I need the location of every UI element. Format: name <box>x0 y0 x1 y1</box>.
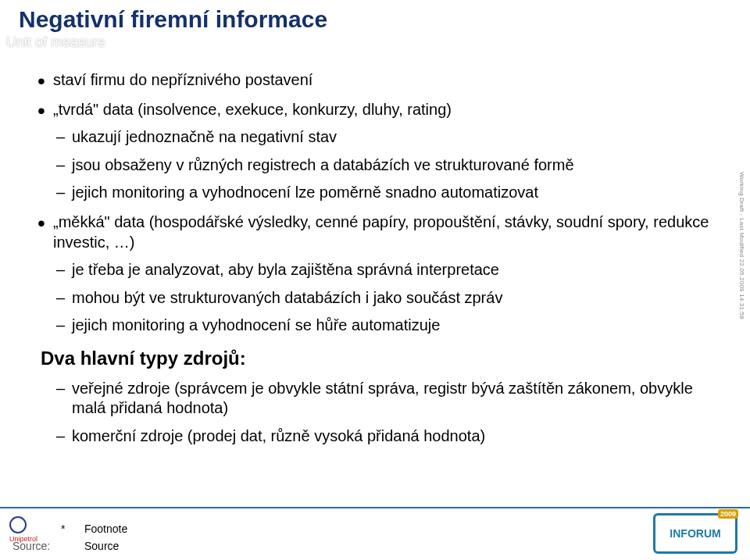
bullet-level2: jejich monitoring a vyhodnocení se hůře … <box>38 316 716 336</box>
bullet-level2: mohou být ve strukturovaných databázích … <box>38 288 716 309</box>
source-label: Source: <box>12 540 50 552</box>
inforum-logo: INFORUM 2009 <box>653 513 738 554</box>
bullet-level2: veřejné zdroje (správcem je obvykle stát… <box>38 379 716 419</box>
bullet-level2: ukazují jednoznačně na negativní stav <box>38 127 716 148</box>
bullet-level2: je třeba je analyzovat, aby byla zajiště… <box>38 260 716 280</box>
footer-bar: Unipetrol * Footnote Source: Source INFO… <box>0 507 750 560</box>
footnote-text: Footnote <box>84 523 127 535</box>
content-area: staví firmu do nepříznivého postavení „t… <box>38 61 716 446</box>
logo-right-badge: 2009 <box>718 509 738 519</box>
bullet-level1: „tvrdá" data (insolvence, exekuce, konku… <box>38 100 716 120</box>
logo-circle-icon <box>9 516 27 533</box>
bullet-list: staví firmu do nepříznivého postavení „t… <box>38 70 716 336</box>
bullet-level2: jejich monitoring a vyhodnocení lze pomě… <box>38 183 716 203</box>
bullet-level2: jsou obsaženy v různých registrech a dat… <box>38 155 716 176</box>
subheading: Dva hlavní typy zdrojů: <box>41 347 716 371</box>
slide: Negativní firemní informace Unit of meas… <box>0 0 750 560</box>
source-value: Source <box>84 540 119 552</box>
footnote-marker: * <box>61 523 65 535</box>
bullet-level1: staví firmu do nepříznivého postavení <box>38 70 716 91</box>
bullet-level2: komerční zdroje (prodej dat, různě vysok… <box>38 426 716 447</box>
bullet-list-sources: veřejné zdroje (správcem je obvykle stát… <box>38 379 716 447</box>
logo-right-label: INFORUM <box>670 527 720 540</box>
bullet-level1: „měkká" data (hospodářské výsledky, cenn… <box>38 212 716 252</box>
page-title: Negativní firemní informace <box>19 6 327 33</box>
working-draft-stamp: Working Draft - Last Modified 22.05.2009… <box>738 172 745 319</box>
unit-of-measure-label: Unit of measure <box>6 34 105 51</box>
